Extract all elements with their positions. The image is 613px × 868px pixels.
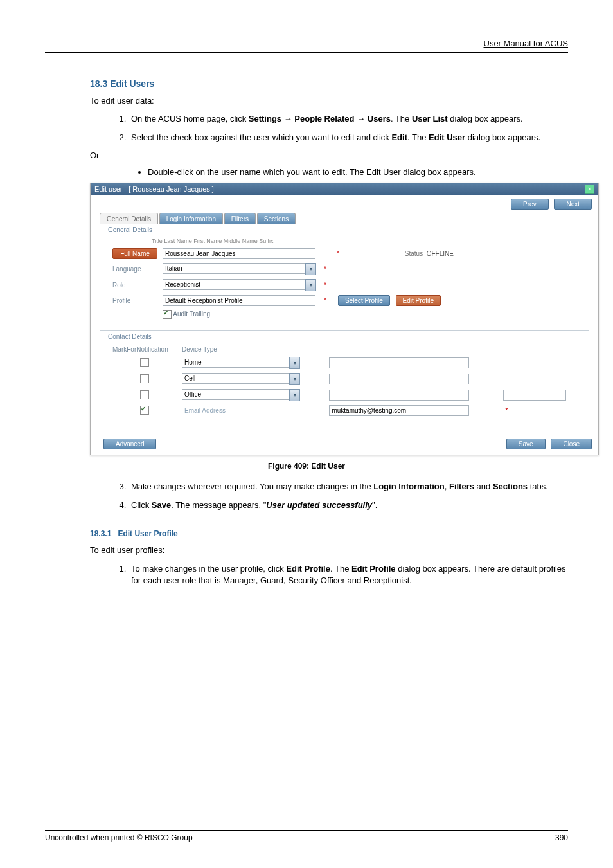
step-3: Make changes wherever required. You may … bbox=[129, 481, 568, 493]
edit-user-dialog-screenshot: Edit user - [ Rousseau Jean Jacques ] × … bbox=[90, 183, 599, 455]
sub-step-1: To make changes in the user profile, cli… bbox=[129, 563, 568, 588]
contact-details-legend: Contact Details bbox=[105, 333, 154, 340]
advanced-button[interactable]: Advanced bbox=[103, 439, 156, 449]
profile-label: Profile bbox=[111, 294, 159, 307]
contact-value-input[interactable] bbox=[329, 357, 469, 368]
dialog-footer: Advanced Save Close bbox=[91, 435, 598, 455]
contact-table: MarkForNotification Device Type ▾ ▾ bbox=[109, 343, 582, 419]
general-form-table: Full Name * Status OFFLINE Language ▾ * … bbox=[109, 246, 457, 321]
section-number: 18.3 bbox=[90, 78, 107, 89]
page-header: User Manual for ACUS bbox=[45, 39, 568, 53]
chevron-down-icon[interactable]: ▾ bbox=[289, 373, 300, 385]
bullet-list: Double-click on the user name which you … bbox=[135, 167, 568, 179]
manual-title: User Manual for ACUS bbox=[484, 39, 569, 48]
role-select[interactable]: ▾ bbox=[163, 279, 316, 291]
role-label: Role bbox=[111, 278, 159, 293]
tab-login-information[interactable]: Login Information bbox=[159, 213, 223, 224]
step-1: On the ACUS home page, click Settings → … bbox=[129, 113, 568, 125]
language-label: Language bbox=[111, 262, 159, 276]
prev-button[interactable]: Prev bbox=[511, 199, 549, 210]
or-text: Or bbox=[90, 150, 568, 160]
contact-details-fieldset: Contact Details MarkForNotification Devi… bbox=[100, 338, 589, 428]
close-icon[interactable]: × bbox=[585, 185, 594, 194]
device-type-select[interactable]: ▾ bbox=[182, 389, 300, 401]
dialog-titlebar: Edit user - [ Rousseau Jean Jacques ] × bbox=[91, 183, 598, 195]
profile-input[interactable] bbox=[163, 295, 315, 306]
step-4: Click Save. The message appears, "User u… bbox=[129, 500, 568, 512]
device-type-select[interactable]: ▾ bbox=[182, 373, 300, 385]
subsection-steps: To make changes in the user profile, cli… bbox=[116, 563, 568, 588]
device-type-label: Email Address bbox=[182, 407, 226, 414]
device-type-select[interactable]: ▾ bbox=[182, 357, 300, 369]
mark-checkbox[interactable] bbox=[140, 374, 149, 383]
subsection-heading: 18.3.1 Edit User Profile bbox=[90, 529, 568, 538]
close-button[interactable]: Close bbox=[551, 439, 592, 449]
chevron-down-icon[interactable]: ▾ bbox=[305, 279, 316, 291]
status-label: Status bbox=[405, 250, 423, 257]
next-button[interactable]: Next bbox=[554, 199, 592, 210]
subsection-intro: To edit user profiles: bbox=[90, 545, 568, 556]
devicetype-header: Device Type bbox=[180, 345, 326, 354]
contact-extra-input[interactable] bbox=[503, 390, 566, 401]
steps-list-a: On the ACUS home page, click Settings → … bbox=[116, 113, 568, 144]
chevron-down-icon[interactable]: ▾ bbox=[289, 357, 300, 369]
dialog-tabs: General Details Login Information Filter… bbox=[91, 211, 598, 224]
dialog-top-buttons: Prev Next bbox=[91, 195, 598, 211]
contact-row-cell: ▾ bbox=[111, 372, 581, 386]
section-heading: 18.3 Edit Users bbox=[90, 78, 568, 89]
audit-trailing-checkbox[interactable] bbox=[163, 310, 172, 319]
edit-profile-button[interactable]: Edit Profile bbox=[396, 295, 441, 306]
page-footer: Uncontrolled when printed © RISCO Group … bbox=[45, 830, 568, 842]
bullet-item: Double-click on the user name which you … bbox=[148, 167, 568, 179]
contact-row-home: ▾ bbox=[111, 356, 581, 370]
general-details-fieldset: General Details Title Last Name First Na… bbox=[100, 231, 589, 331]
full-name-button[interactable]: Full Name bbox=[112, 248, 157, 259]
footer-left: Uncontrolled when printed © RISCO Group bbox=[45, 833, 193, 842]
contact-row-office: ▾ bbox=[111, 388, 581, 402]
contact-value-input[interactable] bbox=[329, 374, 469, 384]
page-number: 390 bbox=[555, 833, 568, 842]
step-2: Select the check box against the user wh… bbox=[129, 132, 568, 144]
tab-general-details[interactable]: General Details bbox=[100, 213, 158, 224]
language-select[interactable]: ▾ bbox=[163, 263, 316, 275]
full-name-input[interactable] bbox=[163, 248, 315, 259]
intro-text: To edit user data: bbox=[90, 95, 568, 107]
email-input[interactable] bbox=[329, 405, 469, 416]
required-asterisk: * bbox=[334, 250, 342, 257]
chevron-down-icon[interactable]: ▾ bbox=[305, 263, 316, 275]
select-profile-button[interactable]: Select Profile bbox=[338, 295, 390, 306]
mark-checkbox[interactable] bbox=[140, 390, 149, 399]
contact-row-email: Email Address * bbox=[111, 404, 581, 417]
contact-value-input[interactable] bbox=[329, 390, 469, 401]
section-title: Edit Users bbox=[110, 78, 154, 89]
figure-caption: Figure 409: Edit User bbox=[45, 462, 568, 471]
mark-checkbox[interactable] bbox=[140, 406, 149, 415]
name-hint-text: Title Last Name First Name Middle Name S… bbox=[152, 238, 582, 244]
subsection-title: Edit User Profile bbox=[118, 529, 177, 538]
save-button[interactable]: Save bbox=[506, 439, 546, 449]
steps-list-b: Make changes wherever required. You may … bbox=[116, 481, 568, 512]
chevron-down-icon[interactable]: ▾ bbox=[289, 389, 300, 401]
status-value: OFFLINE bbox=[427, 250, 454, 257]
subsection-number: 18.3.1 bbox=[90, 529, 111, 538]
mark-header: MarkForNotification bbox=[111, 345, 179, 354]
mark-checkbox[interactable] bbox=[140, 358, 149, 367]
dialog-title: Edit user - [ Rousseau Jean Jacques ] bbox=[94, 185, 214, 193]
general-details-legend: General Details bbox=[105, 226, 155, 233]
audit-trailing-label: Audit Trailing bbox=[173, 310, 210, 317]
tab-sections[interactable]: Sections bbox=[257, 213, 296, 224]
tab-filters[interactable]: Filters bbox=[224, 213, 256, 224]
